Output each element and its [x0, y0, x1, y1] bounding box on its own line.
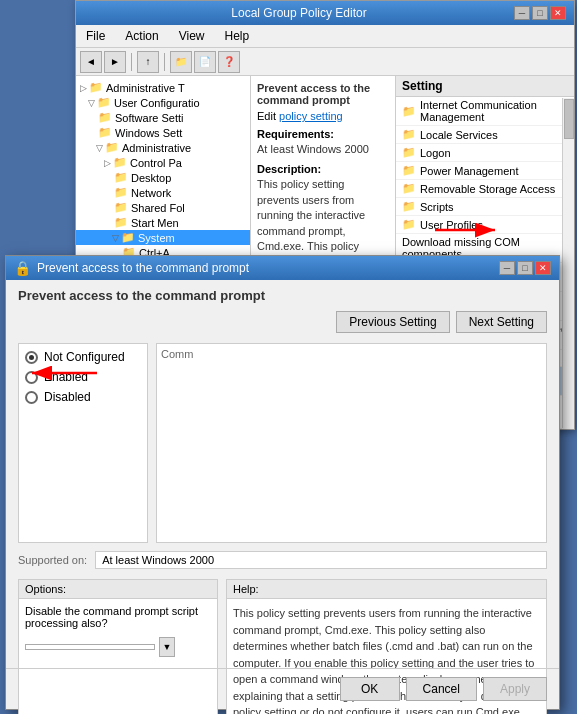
up-button[interactable]: ↑ — [137, 51, 159, 73]
properties-button[interactable]: 📄 — [194, 51, 216, 73]
desc-edit: Edit policy setting — [257, 110, 389, 122]
comment-textarea[interactable] — [161, 362, 542, 514]
radio-enabled-circle[interactable] — [25, 371, 38, 384]
radio-panel: Not Configured Enabled Disabled — [18, 343, 148, 543]
tree-item-admin-templates[interactable]: ▷ 📁 Administrative T — [76, 80, 250, 95]
options-content: Disable the command prompt script proces… — [19, 599, 217, 663]
title-bar-controls: ─ □ ✕ — [514, 6, 566, 20]
dialog-icon: 🔒 — [14, 260, 31, 276]
settings-scrollbar[interactable] — [562, 98, 574, 428]
toolbar-separator — [131, 53, 132, 71]
dialog-window: 🔒 Prevent access to the command prompt ─… — [5, 255, 560, 710]
previous-setting-button[interactable]: Previous Setting — [336, 311, 449, 333]
help-header: Help: — [227, 580, 546, 599]
options-text: Disable the command prompt script proces… — [25, 605, 211, 629]
dialog-minimize[interactable]: ─ — [499, 261, 515, 275]
tree-item-control[interactable]: ▷ 📁 Control Pa — [76, 155, 250, 170]
minimize-button[interactable]: ─ — [514, 6, 530, 20]
tree-item-system[interactable]: ▽ 📁 System — [76, 230, 250, 245]
radio-not-configured-label: Not Configured — [44, 350, 125, 364]
help-button[interactable]: ❓ — [218, 51, 240, 73]
setting-logon[interactable]: 📁 Logon — [396, 144, 574, 162]
settings-header: Setting — [396, 76, 574, 97]
setting-scripts[interactable]: 📁 Scripts — [396, 198, 574, 216]
comment-label: Comm — [161, 348, 542, 360]
ok-button[interactable]: OK — [340, 677, 400, 701]
radio-not-configured-circle[interactable] — [25, 351, 38, 364]
requirements-label: Requirements: — [257, 128, 389, 140]
radio-enabled[interactable]: Enabled — [25, 370, 141, 384]
tree-item-administrative[interactable]: ▽ 📁 Administrative — [76, 140, 250, 155]
tree-item-shared[interactable]: 📁 Shared Fol — [76, 200, 250, 215]
toolbar-separator-2 — [164, 53, 165, 71]
radio-disabled[interactable]: Disabled — [25, 390, 141, 404]
dialog-maximize[interactable]: □ — [517, 261, 533, 275]
requirements-text: At least Windows 2000 — [257, 142, 389, 157]
menu-action[interactable]: Action — [119, 27, 164, 45]
options-header: Options: — [19, 580, 217, 599]
menu-view[interactable]: View — [173, 27, 211, 45]
apply-button[interactable]: Apply — [483, 677, 547, 701]
description-label: Description: — [257, 163, 389, 175]
supported-value: At least Windows 2000 — [95, 551, 547, 569]
desc-title: Prevent access to the command prompt — [257, 82, 389, 106]
options-dropdown: ▼ — [25, 637, 211, 657]
radio-disabled-circle[interactable] — [25, 391, 38, 404]
setting-profiles[interactable]: 📁 User Profiles — [396, 216, 574, 234]
supported-row: Supported on: At least Windows 2000 — [18, 551, 547, 569]
cancel-button[interactable]: Cancel — [406, 677, 477, 701]
radio-enabled-label: Enabled — [44, 370, 88, 384]
dialog-main-section: Not Configured Enabled Disabled Comm — [18, 343, 547, 543]
supported-label: Supported on: — [18, 554, 87, 566]
dropdown-arrow[interactable]: ▼ — [159, 637, 175, 657]
dialog-body: Prevent access to the command prompt Pre… — [6, 280, 559, 714]
setting-internet[interactable]: 📁 Internet Communication Management — [396, 97, 574, 126]
maximize-button[interactable]: □ — [532, 6, 548, 20]
dialog-close[interactable]: ✕ — [535, 261, 551, 275]
setting-removable[interactable]: 📁 Removable Storage Access — [396, 180, 574, 198]
menu-file[interactable]: File — [80, 27, 111, 45]
folder-icon[interactable]: 📁 — [170, 51, 192, 73]
next-setting-button[interactable]: Next Setting — [456, 311, 547, 333]
main-window-title: Local Group Policy Editor — [84, 6, 514, 20]
tree-item-network[interactable]: 📁 Network — [76, 185, 250, 200]
dialog-title: Prevent access to the command prompt — [37, 261, 499, 275]
tree-item-desktop[interactable]: 📁 Desktop — [76, 170, 250, 185]
radio-not-configured[interactable]: Not Configured — [25, 350, 141, 364]
setting-locale[interactable]: 📁 Locale Services — [396, 126, 574, 144]
policy-setting-link[interactable]: policy setting — [279, 110, 343, 122]
comment-panel: Comm — [156, 343, 547, 543]
tree-item-user-config[interactable]: ▽ 📁 User Configuratio — [76, 95, 250, 110]
tree-item-software[interactable]: 📁 Software Setti — [76, 110, 250, 125]
setting-power[interactable]: 📁 Power Management — [396, 162, 574, 180]
menu-help[interactable]: Help — [219, 27, 256, 45]
dialog-subtitle: Prevent access to the command prompt — [18, 288, 547, 303]
main-title-bar: Local Group Policy Editor ─ □ ✕ — [76, 1, 574, 25]
menu-bar: File Action View Help — [76, 25, 574, 48]
dialog-nav-bar: Previous Setting Next Setting — [18, 311, 547, 333]
settings-header-label: Setting — [402, 79, 443, 93]
dialog-footer: OK Cancel Apply — [6, 668, 559, 709]
tree-item-startmenu[interactable]: 📁 Start Men — [76, 215, 250, 230]
dialog-controls: ─ □ ✕ — [499, 261, 551, 275]
dropdown-box[interactable] — [25, 644, 155, 650]
dialog-title-bar: 🔒 Prevent access to the command prompt ─… — [6, 256, 559, 280]
tree-item-windows[interactable]: 📁 Windows Sett — [76, 125, 250, 140]
scroll-thumb[interactable] — [564, 99, 574, 139]
toolbar: ◄ ► ↑ 📁 📄 ❓ — [76, 48, 574, 76]
close-button[interactable]: ✕ — [550, 6, 566, 20]
radio-disabled-label: Disabled — [44, 390, 91, 404]
back-button[interactable]: ◄ — [80, 51, 102, 73]
forward-button[interactable]: ► — [104, 51, 126, 73]
